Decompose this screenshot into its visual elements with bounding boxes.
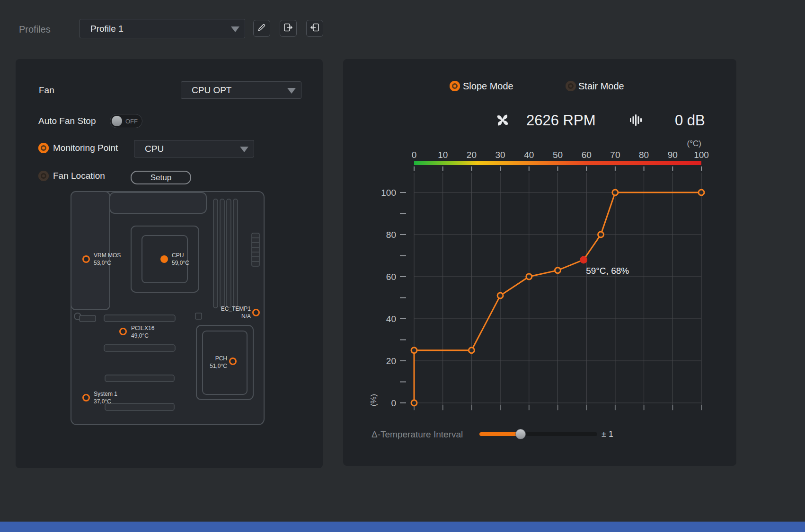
- sensor-ec-temp1[interactable]: [252, 309, 260, 316]
- fan-curve-panel: Slope Mode Stair Mode 2626 RPM: [343, 59, 736, 466]
- fan-select-value: CPU OPT: [181, 85, 231, 96]
- svg-text:100: 100: [381, 188, 396, 198]
- svg-text:20: 20: [467, 150, 477, 160]
- profiles-label: Profiles: [19, 24, 51, 35]
- toggle-state-label: OFF: [125, 118, 138, 125]
- sensor-ec-temp1-label: EC_TEMP1 N/A: [194, 305, 251, 320]
- sensor-system1[interactable]: [82, 394, 90, 401]
- svg-text:10: 10: [438, 150, 448, 160]
- profile-select[interactable]: Profile 1: [80, 19, 245, 38]
- svg-text:80: 80: [386, 230, 396, 240]
- sensor-pch-label: PCH 51,0°C: [170, 355, 227, 370]
- export-icon: [283, 23, 293, 34]
- stair-mode-label: Stair Mode: [578, 80, 624, 92]
- monitoring-point-radio[interactable]: [38, 143, 49, 153]
- monitoring-point-select-value: CPU: [134, 144, 164, 154]
- sensor-pciex16-label: PCIEX16 49,0°C: [131, 324, 154, 340]
- slider-fill: [479, 432, 521, 436]
- app-window: Profiles Profile 1 Fan CPU OPT Auto Fan …: [0, 0, 805, 532]
- sensor-value: N/A: [194, 313, 251, 320]
- svg-text:60: 60: [386, 272, 396, 282]
- bottom-bar: [0, 522, 805, 532]
- svg-text:30: 30: [495, 150, 505, 160]
- sensor-name: PCH: [170, 355, 227, 362]
- fan-select[interactable]: CPU OPT: [181, 81, 301, 99]
- sensor-name: VRM MOS: [94, 252, 121, 259]
- export-profile-button[interactable]: [280, 20, 297, 37]
- sensor-value: 59,0°C: [172, 259, 189, 267]
- svg-text:20: 20: [386, 356, 396, 366]
- svg-text:50: 50: [553, 150, 563, 160]
- svg-text:59°C, 68%: 59°C, 68%: [586, 266, 629, 276]
- auto-fan-stop-toggle[interactable]: OFF: [110, 114, 142, 128]
- svg-text:0: 0: [391, 398, 396, 408]
- chevron-down-icon: [240, 146, 248, 152]
- fan-rpm-value: 2626 RPM: [526, 112, 595, 129]
- sensor-name: PCIEX16: [131, 324, 154, 332]
- chevron-down-icon: [287, 87, 296, 93]
- import-icon: [310, 23, 320, 34]
- pencil-icon: [257, 23, 266, 34]
- temp-interval-value: ± 1: [602, 428, 613, 440]
- noise-db-value: 0 dB: [675, 112, 705, 129]
- auto-fan-stop-label: Auto Fan Stop: [38, 115, 96, 127]
- fan-settings-panel: Fan CPU OPT Auto Fan Stop OFF Monitoring…: [16, 59, 323, 468]
- fan-label: Fan: [39, 85, 54, 96]
- slope-mode-radio[interactable]: [450, 81, 460, 91]
- sensor-name: CPU: [172, 252, 189, 259]
- chevron-down-icon: [231, 26, 239, 32]
- noise-level-icon: [630, 113, 642, 129]
- toggle-knob: [112, 116, 122, 126]
- import-profile-button[interactable]: [306, 20, 323, 37]
- svg-text:80: 80: [639, 150, 649, 160]
- temp-interval-slider-thumb[interactable]: [515, 429, 526, 439]
- sensor-system1-label: System 1 37,0°C: [94, 390, 117, 405]
- sensor-pch[interactable]: [229, 358, 237, 365]
- svg-text:70: 70: [610, 150, 620, 160]
- svg-text:90: 90: [668, 150, 678, 160]
- sensor-cpu[interactable]: [160, 255, 168, 263]
- sensor-vrm-mos-label: VRM MOS 53,0°C: [94, 252, 121, 267]
- fan-location-label: Fan Location: [53, 170, 105, 182]
- sensor-name: System 1: [94, 390, 117, 398]
- temp-interval-slider[interactable]: [479, 432, 597, 436]
- edit-profile-button[interactable]: [253, 20, 270, 37]
- sensor-value: 51,0°C: [170, 362, 227, 370]
- sensor-pciex16[interactable]: [119, 328, 127, 335]
- sensor-value: 53,0°C: [94, 259, 121, 267]
- svg-text:40: 40: [524, 150, 534, 160]
- sensor-value: 49,0°C: [131, 332, 154, 340]
- fan-icon: [495, 113, 510, 130]
- svg-text:40: 40: [386, 314, 396, 324]
- svg-text:(%): (%): [369, 394, 378, 406]
- slope-mode-label: Slope Mode: [463, 80, 513, 92]
- sensor-vrm-mos[interactable]: [82, 255, 90, 263]
- svg-text:0: 0: [412, 150, 417, 160]
- fan-location-radio[interactable]: [38, 171, 49, 181]
- stair-mode-radio[interactable]: [566, 81, 576, 91]
- monitoring-point-label: Monitoring Point: [53, 142, 118, 154]
- monitoring-point-select[interactable]: CPU: [134, 140, 254, 157]
- fan-curve-chart[interactable]: 0204060801000102030405060708090100(°C)(%…: [343, 137, 736, 421]
- setup-button-label: Setup: [150, 173, 171, 183]
- temp-interval-label: Δ-Temperature Interval: [372, 429, 463, 440]
- setup-button[interactable]: Setup: [131, 171, 191, 184]
- svg-text:(°C): (°C): [687, 139, 701, 148]
- sensor-value: 37,0°C: [94, 398, 117, 405]
- svg-text:60: 60: [582, 150, 592, 160]
- profile-select-value: Profile 1: [80, 24, 124, 34]
- svg-text:100: 100: [694, 150, 709, 160]
- sensor-name: EC_TEMP1: [194, 305, 251, 313]
- sensor-cpu-label: CPU 59,0°C: [172, 252, 189, 267]
